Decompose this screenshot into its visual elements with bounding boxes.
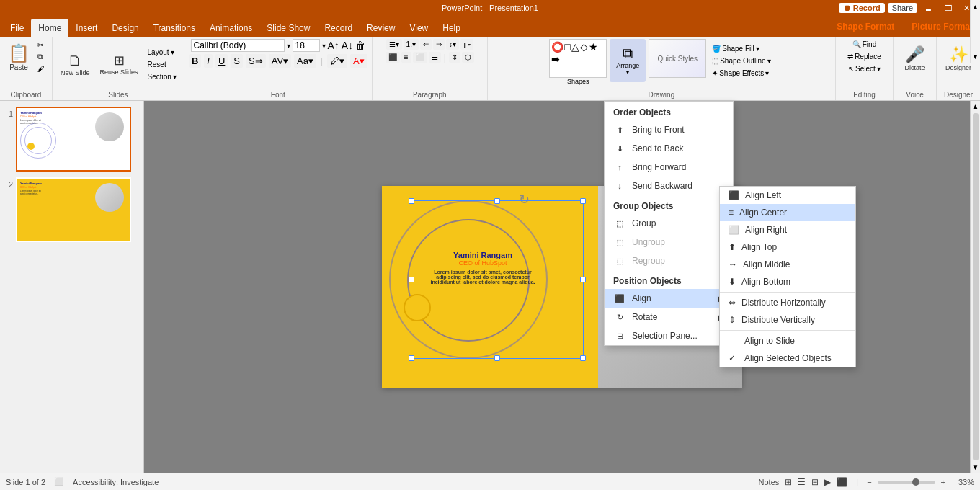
slide-view-icon[interactable]: ⬜: [54, 477, 64, 486]
replace-button[interactable]: ⇌ Replace: [845, 51, 884, 62]
case-button[interactable]: Aa▾: [294, 54, 316, 68]
handle-bl[interactable]: [409, 355, 414, 361]
clear-format-button[interactable]: 🗑: [355, 40, 365, 51]
align-left-item[interactable]: ⬛ Align Left: [720, 187, 855, 204]
highlight-color-button[interactable]: 🖊▾: [327, 54, 347, 68]
align-top-item[interactable]: ⬆ Align Top: [720, 239, 855, 256]
slide-thumb-1[interactable]: 1 Yamini Rangam CEO of HubSpot Lorem ips…: [3, 107, 141, 172]
minimize-button[interactable]: 🗕: [920, 3, 937, 13]
bring-to-front-item[interactable]: ⬆ Bring to Front: [605, 120, 733, 139]
view-slide-sorter-icon[interactable]: ⊟: [811, 477, 819, 487]
view-normal-icon[interactable]: ⊞: [785, 477, 792, 487]
bullets-button[interactable]: ☰▾: [386, 39, 402, 50]
find-button[interactable]: 🔍 Find: [850, 39, 879, 50]
view-slideshow-icon[interactable]: ⬛: [837, 477, 847, 487]
reset-button[interactable]: Reset: [145, 59, 179, 70]
increase-font-button[interactable]: A↑: [328, 40, 339, 51]
ribbon-collapse-top[interactable]: ▲: [972, 3, 979, 11]
scroll-up-arrow[interactable]: ▲: [972, 102, 979, 110]
convert-smartart-button[interactable]: ⬡: [462, 52, 474, 63]
align-right-button[interactable]: ⬜: [413, 52, 427, 63]
font-color-button[interactable]: A▾: [350, 54, 368, 68]
distribute-vertically-item[interactable]: ⇕ Distribute Vertically: [720, 311, 855, 329]
underline-button[interactable]: U: [215, 54, 228, 68]
align-bottom-item[interactable]: ⬇ Align Bottom: [720, 273, 855, 290]
quick-styles-gallery[interactable]: Quick Styles: [649, 39, 706, 78]
format-painter-button[interactable]: 🖌: [35, 63, 48, 74]
tab-picture-format[interactable]: Picture Format: [904, 17, 980, 36]
numbering-button[interactable]: 1.▾: [404, 39, 419, 50]
align-to-slide-item[interactable]: Align to Slide: [720, 332, 855, 349]
italic-button[interactable]: I: [204, 54, 213, 68]
tab-record[interactable]: Record: [317, 19, 360, 37]
tab-transitions[interactable]: Transitions: [146, 19, 202, 37]
tab-shape-format[interactable]: Shape Format: [829, 17, 901, 36]
tab-home[interactable]: Home: [31, 19, 68, 37]
maximize-button[interactable]: 🗖: [940, 3, 956, 13]
bold-button[interactable]: B: [189, 54, 201, 68]
selection-pane-item[interactable]: ⊟ Selection Pane...: [605, 326, 733, 345]
align-selected-objects-item[interactable]: ✓ Align Selected Objects: [720, 349, 855, 367]
handle-bm[interactable]: [494, 355, 500, 361]
view-reading-icon[interactable]: ▶: [824, 477, 831, 487]
rotate-handle[interactable]: ↻: [519, 192, 530, 208]
tab-animations[interactable]: Animations: [202, 19, 259, 37]
record-button[interactable]: ⏺ Record: [839, 3, 885, 13]
v-scrollbar[interactable]: ▲ ▼: [970, 101, 980, 473]
rotate-item[interactable]: ↻ Rotate ▶: [605, 308, 733, 326]
distribute-horizontally-item[interactable]: ⇔ Distribute Horizontally: [720, 294, 855, 311]
line-spacing-button[interactable]: ↕▾: [446, 39, 459, 50]
align-middle-item[interactable]: ↔ Align Middle: [720, 256, 855, 273]
cut-button[interactable]: ✂: [35, 40, 48, 50]
select-button[interactable]: ↖ Select ▾: [845, 63, 883, 74]
bring-forward-item[interactable]: ↑ Bring Forward: [605, 158, 733, 177]
section-button[interactable]: Section ▾: [145, 71, 179, 82]
align-right-item[interactable]: ⬜ Align Right: [720, 221, 855, 239]
regroup-item[interactable]: ⬚ Regroup: [605, 251, 733, 270]
decrease-indent-button[interactable]: ⇐: [420, 39, 432, 50]
align-item[interactable]: ⬛ Align ▶: [605, 289, 733, 308]
paste-button[interactable]: 📋 Paste: [4, 39, 33, 75]
arrange-button[interactable]: ⧉ Arrange ▾: [610, 39, 646, 82]
tab-insert[interactable]: Insert: [68, 19, 104, 37]
handle-tl[interactable]: [409, 198, 414, 204]
ribbon-collapse-bottom[interactable]: ▼: [972, 53, 979, 61]
shape-effects-button[interactable]: ✦ Shape Effects ▾: [709, 68, 773, 79]
group-item[interactable]: ⬚ Group: [605, 214, 733, 233]
slide-image-1[interactable]: Yamini Rangam CEO of HubSpot Lorem ipsum…: [16, 107, 131, 172]
layout-button[interactable]: Layout ▾: [145, 47, 179, 58]
zoom-out-button[interactable]: −: [867, 478, 871, 486]
shape-outline-button[interactable]: ⬚ Shape Outline ▾: [709, 55, 773, 66]
send-to-back-item[interactable]: ⬇ Send to Back: [605, 139, 733, 158]
columns-button[interactable]: ⫿▾: [460, 39, 473, 50]
accessibility-info[interactable]: Accessibility: Investigate: [73, 478, 159, 486]
align-center-item[interactable]: ≡ Align Center: [720, 204, 855, 221]
handle-tm[interactable]: [494, 198, 500, 204]
view-outline-icon[interactable]: ☰: [798, 477, 806, 487]
strikethrough-button[interactable]: S: [231, 54, 243, 68]
slide-thumb-2[interactable]: 2 Yamini Rangam CEO of HubSpot Lorem ips…: [3, 177, 141, 242]
scroll-down-arrow[interactable]: ▼: [972, 463, 979, 471]
notes-button[interactable]: Notes: [759, 478, 780, 486]
font-size-input[interactable]: [293, 39, 320, 52]
share-button[interactable]: Share: [888, 3, 917, 13]
handle-br[interactable]: [580, 355, 586, 361]
ungroup-item[interactable]: ⬚ Ungroup: [605, 233, 733, 251]
justify-button[interactable]: ☰: [429, 52, 441, 63]
send-backward-item[interactable]: ↓ Send Backward: [605, 177, 733, 195]
reuse-slides-button[interactable]: ⊞ Reuse Slides: [97, 45, 142, 84]
align-center-button[interactable]: ≡: [401, 52, 411, 63]
char-spacing-button[interactable]: AV▾: [269, 54, 291, 68]
new-slide-button[interactable]: 🗋 New Slide: [57, 45, 94, 84]
handle-tr[interactable]: [580, 198, 586, 204]
shadow-button[interactable]: S⇒: [246, 54, 266, 68]
shape-fill-button[interactable]: 🪣 Shape Fill ▾: [709, 43, 773, 54]
zoom-slider[interactable]: [878, 481, 935, 484]
align-left-button[interactable]: ⬛: [386, 52, 400, 63]
zoom-level[interactable]: 33%: [951, 478, 974, 486]
increase-indent-button[interactable]: ⇒: [433, 39, 445, 50]
tab-design[interactable]: Design: [104, 19, 146, 37]
text-direction-button[interactable]: ⇕: [449, 52, 460, 63]
tab-slideshow[interactable]: Slide Show: [259, 19, 317, 37]
slide-image-2[interactable]: Yamini Rangam CEO of HubSpot Lorem ipsum…: [16, 177, 131, 242]
